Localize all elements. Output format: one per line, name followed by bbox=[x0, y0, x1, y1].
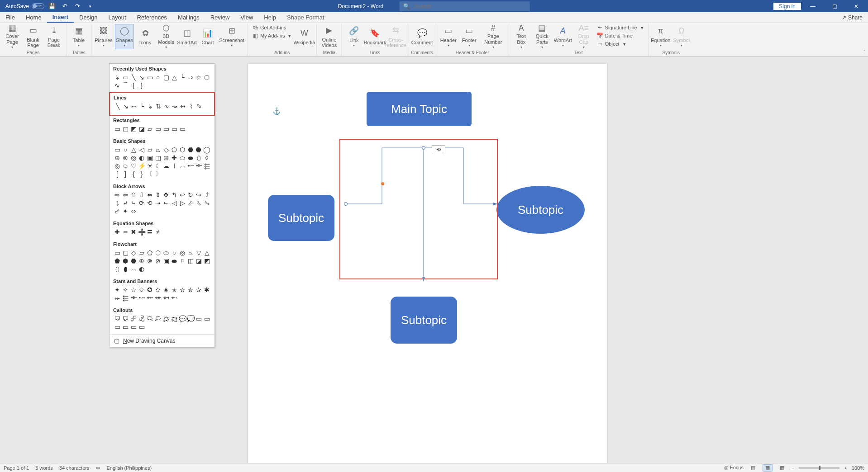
eq-neq[interactable]: ≠ bbox=[154, 228, 162, 236]
header-button[interactable]: ▭Header▾ bbox=[439, 24, 458, 49]
basic-26[interactable]: ♡ bbox=[129, 162, 138, 170]
basic-32[interactable]: ⌓ bbox=[178, 162, 186, 170]
basic-35[interactable]: ⬱ bbox=[203, 162, 211, 170]
tab-insert[interactable]: Insert bbox=[47, 12, 74, 23]
co-16[interactable]: ▭ bbox=[138, 323, 146, 331]
selection-handle-top[interactable] bbox=[422, 146, 425, 150]
view-print-icon[interactable]: ▦ bbox=[763, 464, 773, 472]
tab-help[interactable]: Help bbox=[258, 12, 281, 23]
basic-triangle[interactable]: △ bbox=[129, 146, 138, 154]
collapse-ribbon-icon[interactable]: ˆ bbox=[863, 50, 865, 55]
fc-23[interactable]: ◪ bbox=[195, 257, 203, 265]
chart-button[interactable]: 📊Chart bbox=[198, 24, 217, 49]
fc-6[interactable]: ⬡ bbox=[154, 249, 162, 257]
co-15[interactable]: ▭ bbox=[129, 323, 138, 331]
shape-star[interactable]: ☆ bbox=[195, 73, 203, 81]
ba-21[interactable]: ▷ bbox=[178, 199, 186, 207]
fc-22[interactable]: ◫ bbox=[186, 257, 195, 265]
fc-1[interactable]: ▭ bbox=[113, 249, 121, 257]
st-13[interactable]: ⬰ bbox=[113, 294, 121, 302]
line-arrow[interactable]: ↘ bbox=[122, 102, 130, 110]
date-time-button[interactable]: 📅Date & Time bbox=[595, 32, 645, 39]
st-12[interactable]: ✱ bbox=[203, 286, 211, 294]
basic-oval[interactable]: ○ bbox=[121, 146, 129, 154]
view-web-icon[interactable]: ▩ bbox=[777, 464, 787, 472]
basic-31[interactable]: ⌇ bbox=[170, 162, 178, 170]
co-3[interactable]: 🗪 bbox=[129, 315, 138, 323]
rect-1[interactable]: ▭ bbox=[113, 125, 121, 133]
shape-oval[interactable]: ○ bbox=[154, 73, 162, 81]
tab-shape-format[interactable]: Shape Format bbox=[281, 12, 329, 23]
ba-27[interactable]: ⬄ bbox=[129, 207, 138, 215]
basic-25[interactable]: ☺ bbox=[121, 162, 129, 170]
shape-main-topic[interactable]: Main Topic bbox=[367, 92, 472, 126]
status-language[interactable]: English (Philippines) bbox=[106, 465, 152, 471]
redo-icon[interactable]: ↷ bbox=[72, 1, 82, 11]
ba-r[interactable]: ⇨ bbox=[113, 191, 121, 199]
st-9[interactable]: ✮ bbox=[178, 286, 186, 294]
page-break-button[interactable]: ⤓Page Break bbox=[44, 24, 63, 49]
get-addins-button[interactable]: 🛍Get Add-ins bbox=[250, 24, 293, 31]
fc-24[interactable]: ◩ bbox=[203, 257, 211, 265]
line-straight[interactable]: ╲ bbox=[114, 102, 122, 110]
fc-11[interactable]: ▽ bbox=[195, 249, 203, 257]
focus-mode-button[interactable]: ◎ Focus bbox=[724, 465, 744, 471]
st-18[interactable]: ⬵ bbox=[154, 294, 162, 302]
st-20[interactable]: ⬷ bbox=[170, 294, 178, 302]
search-input[interactable] bbox=[414, 3, 526, 9]
st-5[interactable]: ✪ bbox=[146, 286, 154, 294]
line-freeform[interactable]: ⌇ bbox=[187, 102, 195, 110]
ba-15[interactable]: ⤷ bbox=[129, 199, 138, 207]
basic-hex[interactable]: ⬡ bbox=[178, 146, 186, 154]
ba-12[interactable]: ⤴ bbox=[203, 191, 211, 199]
fc-19[interactable]: ▣ bbox=[162, 257, 170, 265]
shape-text-box[interactable]: ▭ bbox=[121, 73, 129, 81]
wordart-button[interactable]: AWordArt▾ bbox=[553, 24, 572, 49]
autosave-toggle[interactable]: AutoSave Off bbox=[5, 3, 44, 9]
co-5[interactable]: 🗬 bbox=[146, 315, 154, 323]
spelling-icon[interactable]: ▭ bbox=[95, 465, 100, 471]
ba-11[interactable]: ↪ bbox=[195, 191, 203, 199]
eq-plus[interactable]: ✚ bbox=[113, 228, 121, 236]
basic-14[interactable]: ◎ bbox=[129, 154, 138, 162]
rect-3[interactable]: ◩ bbox=[129, 125, 138, 133]
online-videos-button[interactable]: ▶Online Videos bbox=[320, 24, 339, 49]
shape-arrow-line[interactable]: ↘ bbox=[138, 73, 146, 81]
tab-review[interactable]: Review bbox=[205, 12, 235, 23]
ba-bent[interactable]: ↰ bbox=[170, 191, 178, 199]
basic-33[interactable]: ⬳ bbox=[186, 162, 195, 170]
basic-rtri[interactable]: ◁ bbox=[138, 146, 146, 154]
st-10[interactable]: ✯ bbox=[186, 286, 195, 294]
ba-16[interactable]: ⟳ bbox=[138, 199, 146, 207]
selection-handle-left[interactable] bbox=[344, 202, 348, 206]
zoom-out-button[interactable]: − bbox=[792, 465, 794, 471]
ba-20[interactable]: ◁ bbox=[170, 199, 178, 207]
ba-uturn[interactable]: ↩ bbox=[178, 191, 186, 199]
view-read-icon[interactable]: ▤ bbox=[748, 464, 758, 472]
ba-22[interactable]: ⬀ bbox=[186, 199, 195, 207]
basic-30[interactable]: ☁ bbox=[162, 162, 170, 170]
basic-dr[interactable]: 〕 bbox=[154, 170, 162, 178]
fc-12[interactable]: △ bbox=[203, 249, 211, 257]
ba-23[interactable]: ⬁ bbox=[195, 199, 203, 207]
co-8[interactable]: 🗯 bbox=[170, 315, 178, 323]
st-17[interactable]: ⬴ bbox=[146, 294, 154, 302]
line-elbow-double[interactable]: ⇅ bbox=[154, 102, 162, 110]
tab-layout[interactable]: Layout bbox=[103, 12, 132, 23]
equation-button[interactable]: πEquation▾ bbox=[651, 24, 670, 49]
fc-28[interactable]: ◐ bbox=[138, 265, 146, 273]
tab-file[interactable]: File bbox=[0, 12, 20, 23]
st-19[interactable]: ⬶ bbox=[162, 294, 170, 302]
search-box[interactable]: 🔍 bbox=[400, 1, 530, 11]
basic-12[interactable]: ⊕ bbox=[113, 154, 121, 162]
basic-27[interactable]: ⚡ bbox=[138, 162, 146, 170]
new-drawing-canvas-button[interactable]: ▢ New Drawing Canvas bbox=[110, 334, 215, 347]
co-10[interactable]: 💭 bbox=[186, 315, 195, 323]
ba-19[interactable]: ⇠ bbox=[162, 199, 170, 207]
basic-brl[interactable]: [ bbox=[113, 170, 121, 178]
tab-mailings[interactable]: Mailings bbox=[172, 12, 205, 23]
st-3[interactable]: ☆ bbox=[129, 286, 138, 294]
fc-16[interactable]: ⊕ bbox=[138, 257, 146, 265]
fc-17[interactable]: ⊗ bbox=[146, 257, 154, 265]
ba-d[interactable]: ⇩ bbox=[138, 191, 146, 199]
